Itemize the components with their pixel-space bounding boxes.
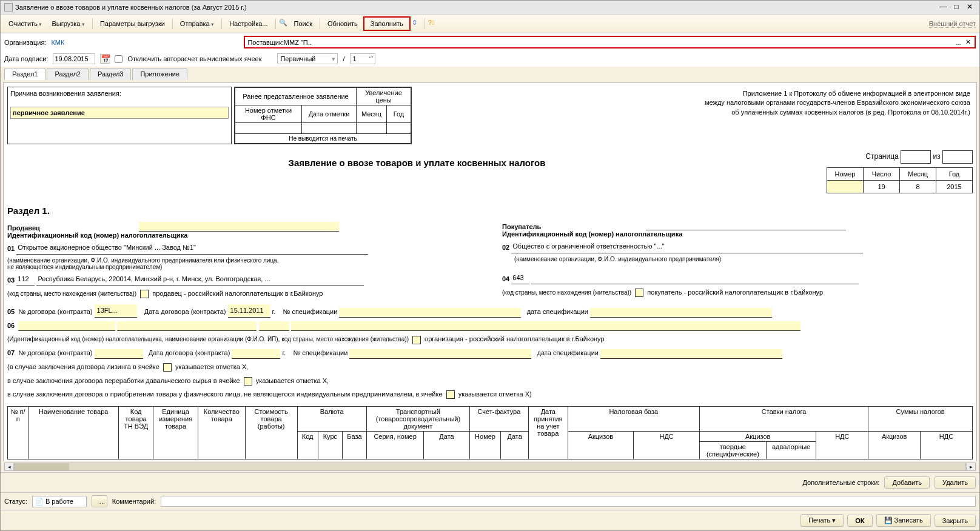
l03-code[interactable]: 112 [16,273,35,286]
separator [275,18,276,29]
reason-title: Причина возникновения заявления: [10,90,229,97]
l07-contract-num[interactable] [95,349,143,359]
close-window-button[interactable]: Закрыть [935,515,976,527]
org-label: Организация: [4,39,46,46]
l06-f3[interactable] [259,321,289,331]
previous-app-box: Ранее представленное заявление Увеличени… [234,87,412,144]
save-button[interactable]: 💾 Записать [876,514,931,527]
scroll-left-button[interactable]: ◂ [4,463,14,471]
status-lookup-button[interactable]: ... [92,495,107,507]
reason-box: Причина возникновения заявления: первичн… [7,87,232,144]
spec-num-field[interactable] [339,308,521,318]
mark-date-cell[interactable] [302,123,357,134]
add-line-button[interactable]: Добавить [884,476,930,489]
send-button[interactable]: Отправка [176,18,218,30]
individual-checkbox[interactable] [446,390,455,399]
day-cell[interactable]: 19 [864,181,900,193]
year-cell2[interactable]: 2015 [936,181,973,193]
l06-f2[interactable] [117,321,257,331]
close-button[interactable]: ✕ [964,2,976,12]
kind-select[interactable]: Первичный [277,53,338,64]
l07-spec-date[interactable] [600,349,782,359]
num-cell[interactable] [827,181,864,193]
maximize-button[interactable]: □ [950,2,962,12]
tabs: Раздел1 Раздел2 Раздел3 Приложение [1,67,979,80]
supplier-label: Поставщик: [247,39,283,46]
sign-date-label: Дата подписи: [4,55,48,62]
seller-baikonur-checkbox[interactable] [140,290,149,298]
status-label: Статус: [4,498,27,505]
buyer-baikonur-checkbox[interactable] [635,289,643,297]
year-cell[interactable] [387,123,411,134]
scroll-track[interactable] [14,463,966,471]
page-current[interactable] [901,150,931,164]
ok-button[interactable]: ОК [847,515,872,527]
search-button[interactable]: Поиск [290,18,317,30]
processing-checkbox[interactable] [244,377,252,386]
comment-input[interactable] [161,496,976,507]
unload-button[interactable]: Выгрузка [47,18,89,30]
expand-icon[interactable]: ⇕ [412,19,421,28]
buyer-idcode-label: Идентификационный код (номер) налогоплат… [502,230,973,238]
seller-id-field[interactable] [139,222,339,232]
month-cell2[interactable]: 8 [900,181,936,193]
fill-button[interactable]: Заполнить [363,16,411,31]
tab-appendix[interactable]: Приложение [132,68,187,80]
increase-title: Увеличение цены [357,88,411,105]
fns-cell[interactable] [235,123,302,134]
scroll-thumb[interactable] [15,463,69,470]
page-total[interactable] [942,150,973,164]
autocalc-checkbox[interactable] [115,55,122,63]
supplier-lookup-button[interactable]: ... [953,39,964,46]
page-info: Страница из Номер Число Месяц Год 19 [827,150,973,193]
sign-date-input[interactable] [53,53,95,64]
clear-button[interactable]: Очистить [4,18,46,30]
doc-title: Заявление о ввозе товаров и уплате косве… [7,158,827,168]
supplier-clear-button[interactable]: ✕ [964,38,972,46]
status-select[interactable]: 📄 В работе [32,496,87,507]
line01-field[interactable]: Открытое акционерное общество "Минский .… [16,241,368,255]
leasing-checkbox[interactable] [163,363,172,372]
seller-idcode-label: Идентификационный код (номер) налогоплат… [7,232,478,239]
search-icon[interactable]: 🔍 [279,19,289,28]
spec-date-field[interactable] [590,308,772,318]
minimize-button[interactable]: — [937,2,949,12]
tab-section3[interactable]: Раздел3 [90,68,131,80]
titlebar: Заявление о ввозе товаров и уплате косве… [1,1,979,15]
mark-date-label: Дата отметки [302,105,357,123]
l04-addr[interactable] [531,276,859,284]
l04-code[interactable]: 643 [511,272,529,285]
line02-field[interactable]: Общество с ограниченной ответственностью… [511,240,863,253]
goods-table: № п/п Наименование товара Код товара ТН … [7,406,973,459]
contract-date-field[interactable]: 15.11.2011 [228,304,270,318]
l07-contract-date[interactable] [232,349,280,359]
prev-title: Ранее представленное заявление [235,88,357,105]
scroll-right-button[interactable]: ▸ [966,463,976,471]
l03-addr[interactable]: Республика Беларусь, 220014, Минский р-н… [36,273,364,286]
l06-f4[interactable] [291,321,800,331]
settings-button[interactable]: Настройка... [225,18,272,30]
refresh-button[interactable]: Обновить [323,18,362,30]
month-cell[interactable] [357,123,387,134]
l06-f1[interactable] [18,321,115,331]
slash-label: / [343,55,344,62]
contract-num-field[interactable]: 13FL... [95,304,137,318]
l07-spec-num[interactable] [349,349,531,359]
unload-params-button[interactable]: Параметры выгрузки [96,18,169,30]
help-icon[interactable]: ?⃝ [428,19,438,28]
document-area: Причина возникновения заявления: первичн… [1,80,979,461]
autocalc-label: Отключить авторасчет вычисляемых ячеек [127,55,261,62]
org-baikonur-checkbox[interactable] [412,336,421,344]
print-button[interactable]: Печать ▾ [800,514,844,527]
calendar-button[interactable]: 📅 [100,54,110,64]
separator [92,18,93,29]
separator [320,18,320,29]
reason-value[interactable]: первичное заявление [10,107,229,119]
buyer-id-field[interactable] [646,222,846,230]
num-stepper[interactable]: 1 [350,53,375,64]
delete-line-button[interactable]: Удалить [935,476,976,489]
external-report-link[interactable]: Внешний отчет [929,20,976,28]
tab-section1[interactable]: Раздел1 [4,68,45,80]
tab-section2[interactable]: Раздел2 [47,68,88,80]
supplier-input[interactable] [284,39,953,46]
